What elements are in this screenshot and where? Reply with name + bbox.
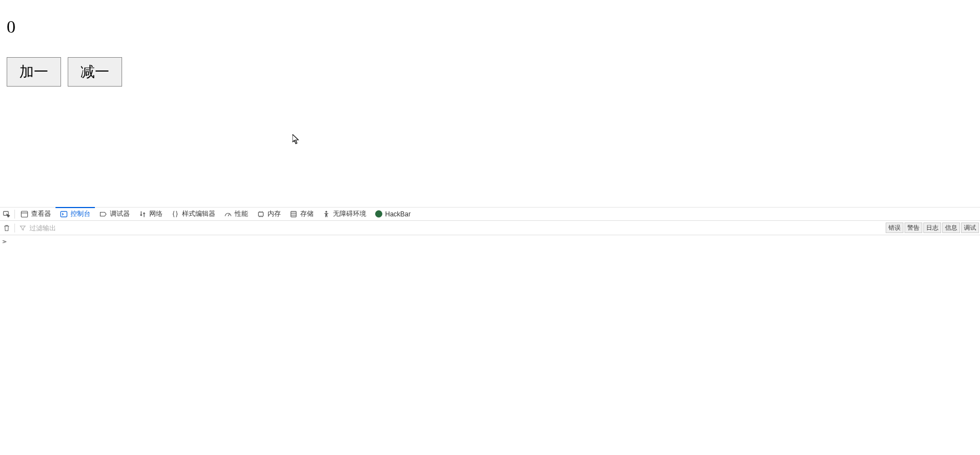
clear-console-button[interactable]	[0, 221, 13, 235]
console-icon	[60, 210, 68, 218]
devtools-tabbar: 查看器 控制台 调试器 网络 样式编辑器	[0, 208, 980, 221]
tab-network[interactable]: 网络	[134, 208, 167, 221]
console-prompt[interactable]: >>	[0, 235, 980, 247]
filter-errors-button[interactable]: 错误	[886, 223, 903, 233]
tab-accessibility[interactable]: 无障碍环境	[318, 208, 371, 221]
filter-warnings-button[interactable]: 警告	[905, 223, 922, 233]
prompt-chevron-icon: >>	[2, 238, 4, 245]
tab-storage[interactable]: 存储	[285, 208, 318, 221]
tab-style-editor[interactable]: 样式编辑器	[167, 208, 220, 221]
element-picker-button[interactable]	[0, 208, 13, 221]
inspector-icon	[21, 210, 28, 218]
tab-label: HackBar	[385, 210, 411, 218]
filter-info-button[interactable]: 信息	[942, 223, 960, 233]
cursor-icon	[292, 134, 300, 144]
tab-console[interactable]: 控制台	[55, 208, 95, 221]
svg-point-15	[325, 211, 327, 213]
decrement-button[interactable]: 减一	[68, 57, 122, 87]
tab-hackbar[interactable]: HackBar	[371, 208, 415, 221]
counter-value: 0	[7, 17, 973, 37]
svg-rect-12	[291, 211, 296, 217]
trash-icon	[3, 224, 11, 232]
tab-label: 内存	[267, 209, 281, 219]
tab-label: 样式编辑器	[182, 209, 215, 219]
increment-button[interactable]: 加一	[7, 57, 61, 87]
tab-label: 网络	[149, 209, 163, 219]
page-content: 0 加一 减一	[0, 0, 980, 87]
style-editor-icon	[171, 210, 179, 218]
tab-memory[interactable]: 内存	[252, 208, 285, 221]
tab-inspector[interactable]: 查看器	[16, 208, 55, 221]
filter-icon	[18, 221, 27, 235]
svg-line-4	[228, 214, 230, 216]
tab-label: 调试器	[110, 209, 130, 219]
separator	[14, 210, 15, 219]
memory-icon	[257, 210, 265, 218]
filter-debug-button[interactable]: 调试	[961, 223, 979, 233]
performance-icon	[224, 210, 232, 218]
console-filter-buttons: 错误 警告 日志 信息 调试	[886, 223, 980, 233]
tab-debugger[interactable]: 调试器	[95, 208, 134, 221]
console-filter-bar: 错误 警告 日志 信息 调试	[0, 221, 980, 235]
hackbar-icon	[375, 210, 382, 218]
tab-label: 无障碍环境	[333, 209, 366, 219]
network-icon	[139, 210, 147, 218]
svg-rect-5	[259, 212, 264, 216]
tab-performance[interactable]: 性能	[220, 208, 252, 221]
tab-label: 存储	[300, 209, 314, 219]
element-picker-icon	[3, 210, 11, 218]
tab-label: 控制台	[70, 209, 90, 219]
accessibility-icon	[322, 210, 330, 218]
svg-rect-1	[21, 211, 27, 217]
console-filter-input[interactable]	[27, 221, 886, 235]
separator	[14, 224, 15, 232]
debugger-icon	[99, 210, 107, 218]
tab-label: 性能	[235, 209, 248, 219]
devtools-panel: 查看器 控制台 调试器 网络 样式编辑器	[0, 207, 980, 247]
filter-logs-button[interactable]: 日志	[923, 223, 941, 233]
storage-icon	[290, 210, 297, 218]
button-row: 加一 减一	[7, 57, 973, 87]
tab-label: 查看器	[31, 209, 51, 219]
